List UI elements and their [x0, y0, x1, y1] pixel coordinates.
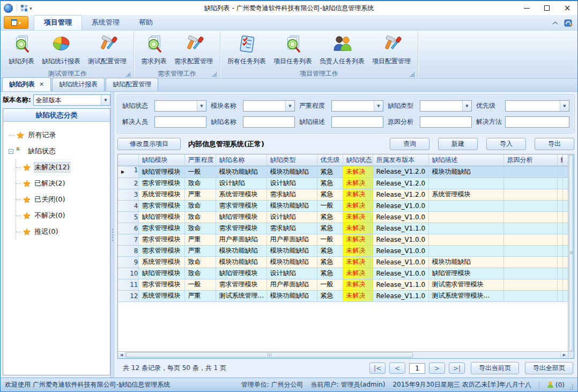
grid-cell[interactable]: 未解决 [343, 234, 373, 245]
grid-cell[interactable] [503, 211, 557, 223]
grid-cell[interactable]: 需求管理模块 [138, 279, 184, 290]
ribbon-button-project-tasks[interactable]: 项目任务列表 [270, 33, 316, 66]
grid-cell[interactable]: 一般 [184, 166, 216, 177]
collapse-toggle-icon[interactable]: - [9, 149, 13, 154]
grid-cell[interactable]: 紧急 [317, 166, 343, 177]
grid-cell[interactable]: Release_V1.2.0 [373, 166, 428, 177]
grid-cell[interactable]: 致命 [184, 223, 216, 234]
row-number-cell[interactable]: 7 [118, 234, 138, 245]
grid-cell[interactable]: 需求管理模块 [138, 234, 184, 245]
grid-cell[interactable]: 模块功能缺陷 [216, 245, 266, 256]
grid-cell[interactable] [557, 166, 563, 177]
tree-item-postponed[interactable]: ★ 推迟(0) [16, 224, 108, 240]
grid-cell[interactable]: 紧急 [317, 189, 343, 200]
grid-cell[interactable]: 致命 [184, 177, 216, 189]
tree-item-defect-status[interactable]: - 缺陷状态 [9, 143, 108, 159]
grid-cell[interactable] [557, 234, 563, 245]
grid-column-header[interactable]: 缺陷状态 [343, 154, 373, 166]
grid-cell[interactable]: 设计缺陷 [266, 177, 317, 189]
grid-cell[interactable] [557, 211, 563, 223]
grid-cell[interactable]: 未解决 [343, 177, 373, 189]
severity-select[interactable]: ▼ [331, 100, 383, 112]
grid-cell[interactable]: Release_V1.2.0 [373, 177, 428, 189]
grid-cell[interactable]: 严重 [184, 245, 216, 256]
grid-cell[interactable]: 严重 [184, 290, 216, 301]
tree-item-all-records[interactable]: ★ 所有记录 [9, 127, 108, 143]
grid-cell[interactable]: 未解决 [343, 189, 373, 200]
scroll-left-icon[interactable]: ◀ [118, 352, 125, 358]
tree-item-wontfix[interactable]: ★ 不解决(0) [16, 208, 108, 224]
grid-cell[interactable]: 设计缺陷 [266, 268, 317, 279]
grid-cell[interactable]: Release_V1.1.0 [373, 290, 428, 301]
grid-cell[interactable] [557, 290, 563, 301]
row-number-cell[interactable]: 10 [118, 268, 138, 279]
grid-row[interactable]: 5缺陷管理模块致命缺陷管理模块设计缺陷紧急未解决Release_V1.0.0 [118, 211, 568, 223]
tree-item-unresolved[interactable]: ★ 未解决(12) [16, 159, 108, 175]
next-page-button[interactable]: > [429, 363, 445, 374]
grid-cell[interactable]: Release_V1.0.0 [373, 245, 428, 256]
row-number-cell[interactable]: 8 [118, 245, 138, 256]
grid-cell[interactable] [557, 256, 563, 268]
grid-cell[interactable] [428, 245, 503, 256]
grid-row[interactable]: 10缺陷管理模块致命缺陷管理模块设计缺陷紧急未解决Release_V1.0.0缺… [118, 268, 568, 279]
ribbon-button-requirement-list[interactable]: 需求列表 [137, 33, 171, 66]
grid-column-header[interactable]: 缺陷类型 [266, 154, 317, 166]
grid-cell[interactable]: 致命 [184, 200, 216, 211]
dialog-launcher-icon[interactable] [125, 72, 130, 77]
grid-cell[interactable]: 系统管理模块 [428, 189, 503, 200]
grid-column-header[interactable]: 原因分析 [503, 154, 557, 166]
grid-cell[interactable]: 需求管理模块 [138, 223, 184, 234]
menu-tab-project-management[interactable]: 项目管理 [34, 15, 82, 30]
row-number-cell[interactable]: 5 [118, 211, 138, 223]
grid-cell[interactable] [503, 268, 557, 279]
grid-cell[interactable]: 需求管理模块 [138, 200, 184, 211]
defect-status-select[interactable]: ▼ [154, 100, 206, 112]
grid-cell[interactable]: 模块功能缺陷 [266, 166, 317, 177]
row-number-cell[interactable]: ▶1 [118, 166, 138, 177]
grid-cell[interactable] [428, 234, 503, 245]
grid-cell[interactable]: 模块功能缺陷 [428, 256, 503, 268]
vertical-scrollbar[interactable] [568, 154, 574, 351]
row-number-cell[interactable]: 6 [118, 223, 138, 234]
grid-cell[interactable] [503, 290, 557, 301]
grid-cell[interactable]: Release_V1.0.0 [373, 200, 428, 211]
grid-cell[interactable]: 系统管理模块 [138, 189, 184, 200]
grid-cell[interactable] [428, 223, 503, 234]
grid-cell[interactable]: 紧急 [317, 211, 343, 223]
grid-cell[interactable]: 紧急 [317, 290, 343, 301]
module-name-select[interactable]: ▼ [243, 100, 295, 112]
ribbon-button-defect-report[interactable]: 缺陷统计报表 [38, 33, 84, 66]
defect-name-input[interactable] [243, 116, 295, 128]
grid-cell[interactable] [503, 189, 557, 200]
resize-grip[interactable] [572, 384, 573, 386]
grid-row[interactable]: 8需求管理模块严重模块功能缺陷模块功能缺陷紧急未解决Release_V1.0.0 [118, 245, 568, 256]
app-menu-button[interactable]: ▼ [4, 16, 28, 29]
menu-tab-system-management[interactable]: 系统管理 [82, 16, 129, 30]
grid-row[interactable]: 3系统管理模块严重系统管理模块需求缺陷紧急未解决Release_V1.2.0系统… [118, 189, 568, 200]
grid-cell[interactable] [503, 177, 557, 189]
grid-cell[interactable]: 系统管理模块 [138, 290, 184, 301]
grid-column-header[interactable]: 所属发布版本 [373, 154, 428, 166]
grid-cell[interactable]: Release_V1.0.0 [373, 256, 428, 268]
grid-cell[interactable]: 设计缺陷 [266, 211, 317, 223]
grid-cell[interactable]: 模块功能缺陷 [266, 290, 317, 301]
grid-cell[interactable]: 缺陷管理模块 [138, 268, 184, 279]
grid-column-header[interactable]: 解决方法 [557, 154, 563, 166]
grid-cell[interactable]: 需求管理模块 [216, 223, 266, 234]
grid-cell[interactable] [557, 177, 563, 189]
grid-column-header[interactable]: 缺陷描述 [428, 154, 503, 166]
ribbon-collapse-icon[interactable] [552, 21, 559, 25]
doc-tab-defect-list[interactable]: 缺陷列表 ✕ [2, 77, 51, 91]
ribbon-button-test-config[interactable]: 测试配置管理 [84, 33, 130, 66]
dialog-launcher-icon[interactable] [212, 72, 217, 77]
resolver-input[interactable] [154, 116, 206, 128]
grid-cell[interactable] [557, 223, 563, 234]
grid-cell[interactable]: 未解决 [343, 279, 373, 290]
grid-row[interactable]: 7需求管理模块严重用户界面缺陷用户界面缺陷一般未解决Release_V1.0.0 [118, 234, 568, 245]
grid-cell[interactable] [503, 256, 557, 268]
grid-row[interactable]: 9系统管理模块致命模块功能缺陷模块功能缺陷紧急未解决Release_V1.0.0… [118, 256, 568, 268]
grid-cell[interactable]: 需求管理模块 [138, 245, 184, 256]
row-number-cell[interactable]: 3 [118, 189, 138, 200]
grid-cell[interactable]: 紧急 [317, 177, 343, 189]
scroll-right-icon[interactable]: ▶ [560, 352, 568, 358]
